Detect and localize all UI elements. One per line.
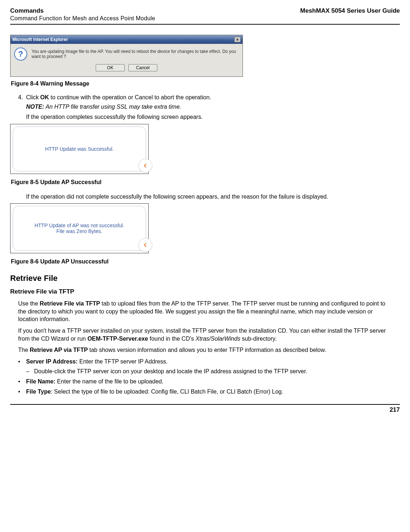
figure-8-5-caption: Figure 8-5 Update AP Successful [11, 179, 400, 186]
step-number: 4. [18, 94, 26, 101]
retrieve-file-tftp-heading: Retrieve File via TFTP [10, 288, 400, 295]
cancel-button[interactable]: Cancel [128, 64, 157, 71]
list-item: • Server IP Address: Enter the TFTP serv… [18, 358, 392, 366]
back-arrow-icon[interactable] [138, 238, 152, 252]
retrieve-para-2: If you don't have a TFTP server installe… [18, 327, 392, 342]
page-number: 217 [10, 406, 400, 413]
after-success-text: If the operation did not complete succes… [26, 193, 400, 201]
retrieve-file-heading: Retrieve File [10, 274, 400, 283]
header-commands: Commands [10, 7, 155, 14]
warning-dialog: Microsoft Internet Explorer × ? You are … [10, 35, 243, 77]
update-success-box: HTTP Update was Successful. [10, 124, 149, 174]
dialog-title: Microsoft Internet Explorer [12, 37, 68, 42]
step-4-text: Click OK to continue with the operation … [26, 94, 211, 101]
footer-rule [10, 404, 400, 405]
dialog-message: You are updating Image file to the AP. Y… [32, 49, 239, 59]
retrieve-para-3: The Retrieve AP via TFTP tab shows versi… [18, 346, 392, 354]
update-fail-text: HTTP Update of AP was not successful. Fi… [34, 223, 124, 234]
question-icon: ? [15, 48, 26, 60]
ok-button[interactable]: OK [96, 64, 125, 71]
header-rule [10, 24, 400, 25]
list-item: – Double-click the TFTP server icon on y… [26, 367, 392, 375]
update-fail-box: HTTP Update of AP was not successful. Fi… [10, 203, 149, 253]
update-success-text: HTTP Update was Successful. [45, 146, 114, 152]
header-guide-title: MeshMAX 5054 Series User Guide [300, 7, 400, 14]
figure-8-6-caption: Figure 8-6 Update AP Unsuccessful [11, 258, 400, 265]
figure-8-4-caption: Figure 8-4 Warning Message [11, 80, 400, 87]
close-icon[interactable]: × [234, 37, 241, 42]
after-note-text: If the operation completes successfully … [26, 113, 400, 121]
list-item: • File Type: Select the type of file to … [18, 388, 392, 396]
back-arrow-icon[interactable] [138, 159, 152, 173]
list-item: • File Name: Enter the name of the file … [18, 378, 392, 386]
note-line: NOTE: An HTTP file transfer using SSL ma… [26, 104, 400, 110]
retrieve-para-1: Use the Retrieve File via TFTP tab to up… [18, 300, 392, 323]
header-subtitle: Command Function for Mesh and Access Poi… [10, 15, 155, 22]
